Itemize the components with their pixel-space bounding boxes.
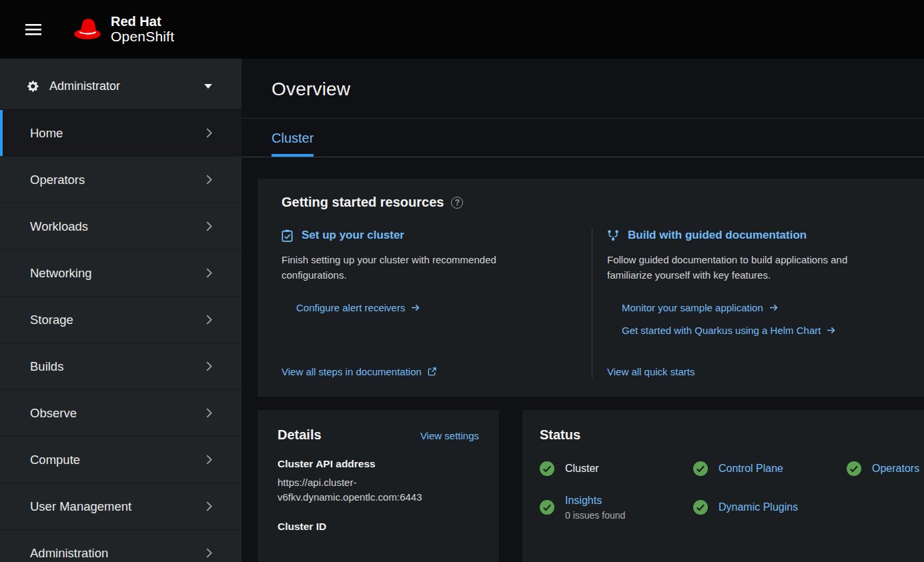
arrow-right-icon [769, 304, 778, 311]
guided-documentation-title: Build with guided documentation [628, 229, 807, 242]
nav-label: Home [30, 126, 63, 141]
quarkus-helm-chart-link[interactable]: Get started with Quarkus using a Helm Ch… [622, 325, 835, 336]
view-all-quick-starts-link[interactable]: View all quick starts [607, 366, 695, 377]
check-circle-icon [693, 500, 708, 515]
nav-label: Storage [30, 313, 73, 327]
status-item-insights: Insights 0 issues found [540, 495, 693, 521]
link-label: View all quick starts [607, 366, 695, 377]
chevron-right-icon [206, 548, 212, 558]
getting-started-card: Getting started resources ? Set up your … [258, 179, 924, 397]
insights-link[interactable]: Insights [565, 495, 602, 506]
sidebar-item-administration[interactable]: Administration [0, 529, 242, 562]
sidebar-item-workloads[interactable]: Workloads [0, 203, 242, 249]
nav-label: User Management [30, 499, 131, 514]
link-label: Get started with Quarkus using a Helm Ch… [622, 325, 821, 336]
cluster-id-label: Cluster ID [278, 521, 479, 533]
guided-documentation-section: Build with guided documentation Follow g… [592, 229, 924, 378]
sidebar-item-networking[interactable]: Networking [0, 249, 242, 296]
link-label: Monitor your sample application [622, 302, 763, 313]
overview-dashboard: Getting started resources ? Set up your … [242, 157, 924, 562]
link-label: Configure alert receivers [296, 302, 405, 313]
sidebar-item-compute[interactable]: Compute [0, 436, 242, 483]
dynamic-plugins-link[interactable]: Dynamic Plugins [719, 501, 798, 513]
sidebar-item-observe[interactable]: Observe [0, 389, 242, 436]
nav-label: Networking [30, 266, 92, 281]
nav-label: Observe [30, 406, 77, 421]
chevron-right-icon [206, 315, 212, 325]
external-link-icon [428, 367, 436, 376]
setup-cluster-section: Set up your cluster Finish setting up yo… [282, 229, 592, 378]
caret-down-icon [204, 84, 212, 89]
chevron-right-icon [206, 408, 212, 418]
status-item-cluster: Cluster [540, 461, 693, 476]
tab-cluster[interactable]: Cluster [272, 131, 314, 157]
status-card: Status View alerts Cluster Control Plane [522, 410, 924, 562]
menu-toggle-button[interactable] [20, 19, 47, 41]
status-item-operators: Operators [847, 461, 924, 476]
status-label: Cluster [565, 463, 599, 475]
sidebar-nav: Home Operators Workloads Networking Stor… [0, 109, 242, 562]
status-item-dynamic-plugins: Dynamic Plugins [693, 500, 847, 515]
chevron-right-icon [206, 501, 212, 511]
masthead: Red Hat OpenShift [0, 0, 924, 59]
cluster-api-address-label: Cluster API address [278, 458, 479, 470]
brand-logo[interactable]: Red Hat OpenShift [72, 14, 174, 45]
details-title: Details [278, 427, 322, 443]
arrow-right-icon [411, 304, 420, 311]
check-circle-icon [847, 461, 861, 476]
chevron-right-icon [206, 361, 212, 371]
nav-label: Builds [30, 359, 63, 374]
insights-issues-count: 0 issues found [565, 510, 625, 521]
nav-label: Administration [30, 546, 108, 561]
gear-icon [27, 80, 39, 93]
help-icon[interactable]: ? [451, 197, 463, 209]
chevron-right-icon [206, 128, 212, 138]
operators-link[interactable]: Operators [872, 463, 919, 475]
control-plane-link[interactable]: Control Plane [719, 463, 783, 475]
status-item-control-plane: Control Plane [693, 461, 847, 476]
view-all-steps-link[interactable]: View all steps in documentation [282, 366, 436, 377]
sidebar-item-storage[interactable]: Storage [0, 296, 242, 343]
main-content: Overview Cluster Getting started resourc… [242, 59, 924, 562]
nav-label: Operators [30, 173, 85, 187]
sidebar-item-builds[interactable]: Builds [0, 343, 242, 389]
page-title: Overview [272, 79, 924, 100]
arrow-right-icon [827, 327, 835, 334]
redhat-logo-icon [72, 18, 103, 41]
check-circle-icon [540, 461, 554, 476]
chevron-right-icon [206, 268, 212, 278]
nav-label: Compute [30, 453, 80, 467]
sidebar-item-operators[interactable]: Operators [0, 156, 242, 203]
sidebar-item-home[interactable]: Home [0, 109, 242, 156]
route-icon [607, 229, 619, 241]
page-header: Overview [242, 59, 924, 119]
hamburger-icon [25, 24, 41, 35]
clipboard-check-icon [282, 229, 293, 242]
details-card: Details View settings Cluster API addres… [258, 410, 499, 562]
brand-line2: OpenShift [111, 29, 174, 45]
perspective-label: Administrator [49, 79, 120, 93]
tab-bar: Cluster [242, 119, 924, 157]
chevron-right-icon [206, 175, 212, 185]
check-circle-icon [693, 461, 708, 476]
sidebar-item-user-management[interactable]: User Management [0, 483, 242, 529]
check-circle-icon [540, 500, 554, 515]
perspective-switcher[interactable]: Administrator [0, 63, 242, 109]
sidebar: Administrator Home Operators Workloads N… [0, 59, 242, 562]
chevron-right-icon [206, 221, 212, 231]
status-title: Status [540, 427, 580, 443]
link-label: View all steps in documentation [282, 366, 422, 377]
setup-cluster-description: Finish setting up your cluster with reco… [282, 252, 562, 283]
monitor-sample-application-link[interactable]: Monitor your sample application [622, 302, 778, 313]
cluster-api-address-value: https://api.cluster-v6fkv.dynamic.opentl… [278, 475, 479, 505]
getting-started-title: Getting started resources [282, 195, 444, 210]
chevron-right-icon [206, 455, 212, 465]
nav-label: Workloads [30, 219, 88, 234]
view-settings-link[interactable]: View settings [420, 430, 479, 441]
configure-alert-receivers-link[interactable]: Configure alert receivers [296, 302, 420, 313]
brand-line1: Red Hat [111, 14, 174, 29]
guided-documentation-description: Follow guided documentation to build app… [607, 252, 871, 283]
setup-cluster-title: Set up your cluster [302, 229, 404, 242]
